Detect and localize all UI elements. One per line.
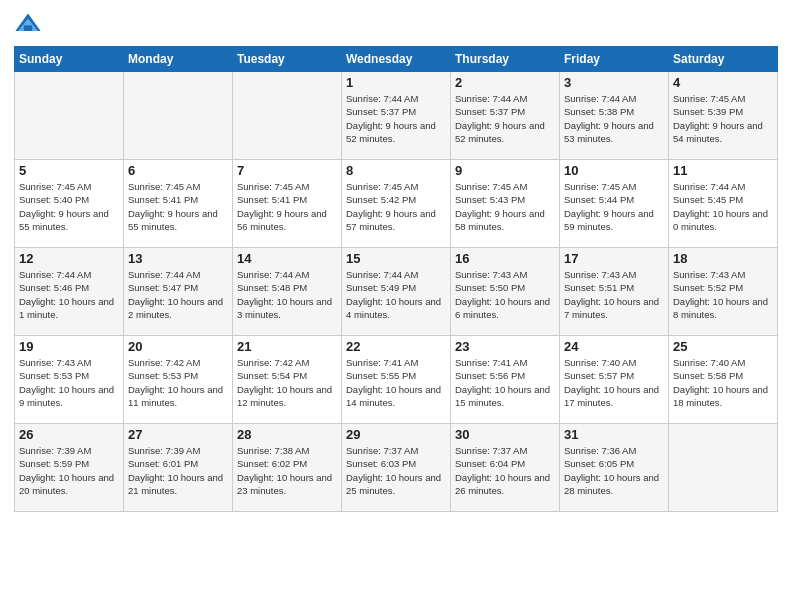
day-info: Sunrise: 7:37 AM Sunset: 6:03 PM Dayligh…	[346, 444, 446, 497]
day-number: 26	[19, 427, 119, 442]
calendar-cell: 5Sunrise: 7:45 AM Sunset: 5:40 PM Daylig…	[15, 160, 124, 248]
weekday-header-sunday: Sunday	[15, 47, 124, 72]
calendar-cell: 21Sunrise: 7:42 AM Sunset: 5:54 PM Dayli…	[233, 336, 342, 424]
day-number: 13	[128, 251, 228, 266]
day-number: 7	[237, 163, 337, 178]
calendar-cell	[15, 72, 124, 160]
calendar-cell: 9Sunrise: 7:45 AM Sunset: 5:43 PM Daylig…	[451, 160, 560, 248]
day-number: 16	[455, 251, 555, 266]
calendar-week-1: 1Sunrise: 7:44 AM Sunset: 5:37 PM Daylig…	[15, 72, 778, 160]
day-number: 1	[346, 75, 446, 90]
page-header	[14, 10, 778, 38]
day-number: 12	[19, 251, 119, 266]
day-number: 6	[128, 163, 228, 178]
calendar-week-2: 5Sunrise: 7:45 AM Sunset: 5:40 PM Daylig…	[15, 160, 778, 248]
day-info: Sunrise: 7:45 AM Sunset: 5:43 PM Dayligh…	[455, 180, 555, 233]
day-number: 8	[346, 163, 446, 178]
day-number: 19	[19, 339, 119, 354]
day-info: Sunrise: 7:43 AM Sunset: 5:50 PM Dayligh…	[455, 268, 555, 321]
weekday-header-row: SundayMondayTuesdayWednesdayThursdayFrid…	[15, 47, 778, 72]
calendar-cell: 16Sunrise: 7:43 AM Sunset: 5:50 PM Dayli…	[451, 248, 560, 336]
calendar-cell	[669, 424, 778, 512]
day-number: 17	[564, 251, 664, 266]
weekday-header-thursday: Thursday	[451, 47, 560, 72]
day-info: Sunrise: 7:44 AM Sunset: 5:47 PM Dayligh…	[128, 268, 228, 321]
day-info: Sunrise: 7:37 AM Sunset: 6:04 PM Dayligh…	[455, 444, 555, 497]
day-number: 22	[346, 339, 446, 354]
day-number: 9	[455, 163, 555, 178]
calendar-cell: 18Sunrise: 7:43 AM Sunset: 5:52 PM Dayli…	[669, 248, 778, 336]
day-info: Sunrise: 7:43 AM Sunset: 5:51 PM Dayligh…	[564, 268, 664, 321]
day-number: 20	[128, 339, 228, 354]
day-info: Sunrise: 7:43 AM Sunset: 5:52 PM Dayligh…	[673, 268, 773, 321]
calendar-cell: 10Sunrise: 7:45 AM Sunset: 5:44 PM Dayli…	[560, 160, 669, 248]
calendar-week-5: 26Sunrise: 7:39 AM Sunset: 5:59 PM Dayli…	[15, 424, 778, 512]
calendar-cell: 6Sunrise: 7:45 AM Sunset: 5:41 PM Daylig…	[124, 160, 233, 248]
day-number: 14	[237, 251, 337, 266]
calendar-table: SundayMondayTuesdayWednesdayThursdayFrid…	[14, 46, 778, 512]
day-info: Sunrise: 7:44 AM Sunset: 5:45 PM Dayligh…	[673, 180, 773, 233]
day-info: Sunrise: 7:40 AM Sunset: 5:57 PM Dayligh…	[564, 356, 664, 409]
calendar-cell: 13Sunrise: 7:44 AM Sunset: 5:47 PM Dayli…	[124, 248, 233, 336]
weekday-header-friday: Friday	[560, 47, 669, 72]
calendar-cell: 15Sunrise: 7:44 AM Sunset: 5:49 PM Dayli…	[342, 248, 451, 336]
day-number: 3	[564, 75, 664, 90]
calendar-cell: 23Sunrise: 7:41 AM Sunset: 5:56 PM Dayli…	[451, 336, 560, 424]
logo-icon	[14, 10, 42, 38]
day-info: Sunrise: 7:38 AM Sunset: 6:02 PM Dayligh…	[237, 444, 337, 497]
day-number: 30	[455, 427, 555, 442]
calendar-cell: 28Sunrise: 7:38 AM Sunset: 6:02 PM Dayli…	[233, 424, 342, 512]
day-info: Sunrise: 7:42 AM Sunset: 5:53 PM Dayligh…	[128, 356, 228, 409]
day-info: Sunrise: 7:45 AM Sunset: 5:40 PM Dayligh…	[19, 180, 119, 233]
day-number: 2	[455, 75, 555, 90]
calendar-cell: 3Sunrise: 7:44 AM Sunset: 5:38 PM Daylig…	[560, 72, 669, 160]
day-number: 18	[673, 251, 773, 266]
day-number: 5	[19, 163, 119, 178]
day-number: 15	[346, 251, 446, 266]
day-number: 10	[564, 163, 664, 178]
day-info: Sunrise: 7:41 AM Sunset: 5:56 PM Dayligh…	[455, 356, 555, 409]
weekday-header-tuesday: Tuesday	[233, 47, 342, 72]
calendar-cell: 17Sunrise: 7:43 AM Sunset: 5:51 PM Dayli…	[560, 248, 669, 336]
svg-rect-2	[24, 25, 32, 31]
weekday-header-saturday: Saturday	[669, 47, 778, 72]
weekday-header-wednesday: Wednesday	[342, 47, 451, 72]
calendar-cell: 4Sunrise: 7:45 AM Sunset: 5:39 PM Daylig…	[669, 72, 778, 160]
day-info: Sunrise: 7:44 AM Sunset: 5:49 PM Dayligh…	[346, 268, 446, 321]
day-info: Sunrise: 7:36 AM Sunset: 6:05 PM Dayligh…	[564, 444, 664, 497]
day-info: Sunrise: 7:44 AM Sunset: 5:37 PM Dayligh…	[455, 92, 555, 145]
calendar-cell: 7Sunrise: 7:45 AM Sunset: 5:41 PM Daylig…	[233, 160, 342, 248]
day-number: 29	[346, 427, 446, 442]
logo	[14, 10, 46, 38]
day-info: Sunrise: 7:44 AM Sunset: 5:38 PM Dayligh…	[564, 92, 664, 145]
day-number: 31	[564, 427, 664, 442]
day-info: Sunrise: 7:44 AM Sunset: 5:37 PM Dayligh…	[346, 92, 446, 145]
calendar-cell	[124, 72, 233, 160]
calendar-week-4: 19Sunrise: 7:43 AM Sunset: 5:53 PM Dayli…	[15, 336, 778, 424]
calendar-cell: 27Sunrise: 7:39 AM Sunset: 6:01 PM Dayli…	[124, 424, 233, 512]
day-info: Sunrise: 7:42 AM Sunset: 5:54 PM Dayligh…	[237, 356, 337, 409]
calendar-cell: 31Sunrise: 7:36 AM Sunset: 6:05 PM Dayli…	[560, 424, 669, 512]
day-number: 4	[673, 75, 773, 90]
calendar-cell: 1Sunrise: 7:44 AM Sunset: 5:37 PM Daylig…	[342, 72, 451, 160]
day-info: Sunrise: 7:44 AM Sunset: 5:46 PM Dayligh…	[19, 268, 119, 321]
weekday-header-monday: Monday	[124, 47, 233, 72]
calendar-cell: 20Sunrise: 7:42 AM Sunset: 5:53 PM Dayli…	[124, 336, 233, 424]
day-number: 27	[128, 427, 228, 442]
calendar-cell: 29Sunrise: 7:37 AM Sunset: 6:03 PM Dayli…	[342, 424, 451, 512]
day-number: 28	[237, 427, 337, 442]
calendar-cell: 22Sunrise: 7:41 AM Sunset: 5:55 PM Dayli…	[342, 336, 451, 424]
day-info: Sunrise: 7:40 AM Sunset: 5:58 PM Dayligh…	[673, 356, 773, 409]
calendar-cell: 26Sunrise: 7:39 AM Sunset: 5:59 PM Dayli…	[15, 424, 124, 512]
calendar-cell: 8Sunrise: 7:45 AM Sunset: 5:42 PM Daylig…	[342, 160, 451, 248]
day-number: 21	[237, 339, 337, 354]
day-info: Sunrise: 7:39 AM Sunset: 5:59 PM Dayligh…	[19, 444, 119, 497]
calendar-cell: 19Sunrise: 7:43 AM Sunset: 5:53 PM Dayli…	[15, 336, 124, 424]
day-info: Sunrise: 7:45 AM Sunset: 5:41 PM Dayligh…	[237, 180, 337, 233]
calendar-cell: 30Sunrise: 7:37 AM Sunset: 6:04 PM Dayli…	[451, 424, 560, 512]
day-number: 23	[455, 339, 555, 354]
day-number: 25	[673, 339, 773, 354]
calendar-cell	[233, 72, 342, 160]
day-info: Sunrise: 7:39 AM Sunset: 6:01 PM Dayligh…	[128, 444, 228, 497]
calendar-week-3: 12Sunrise: 7:44 AM Sunset: 5:46 PM Dayli…	[15, 248, 778, 336]
